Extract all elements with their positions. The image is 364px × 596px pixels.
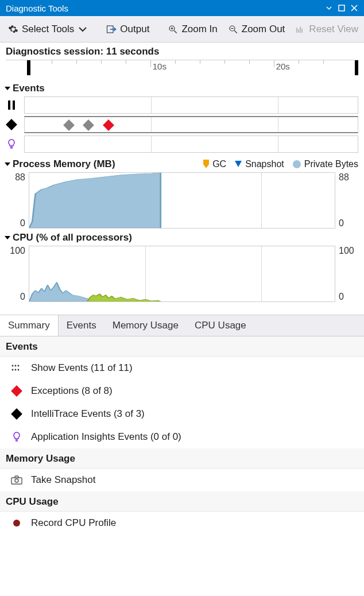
zoom-out-button[interactable]: Zoom Out — [223, 21, 290, 37]
collapse-triangle-icon — [5, 162, 10, 166]
reset-view-icon — [295, 24, 305, 34]
legend-private-bytes-label: Private Bytes — [304, 159, 358, 169]
svg-rect-0 — [339, 5, 344, 11]
snapshot-marker-icon — [234, 160, 242, 168]
svg-point-9 — [18, 365, 20, 367]
collapse-triangle-icon — [5, 236, 10, 239]
pause-icon[interactable] — [6, 100, 17, 110]
tab-events[interactable]: Events — [59, 315, 104, 336]
gc-marker-icon — [203, 160, 210, 169]
svg-point-11 — [15, 369, 17, 371]
memory-y-axis-left: 88 0 — [6, 172, 26, 229]
show-events-label: Show Events (11 of 11) — [31, 362, 133, 374]
svg-point-14 — [15, 479, 18, 482]
diamond-black-icon — [6, 121, 17, 129]
summary-cpu-heading: CPU Usage — [0, 491, 364, 512]
cpu-y-axis-left: 100 0 — [6, 246, 26, 302]
record-cpu-label: Record CPU Profile — [31, 517, 116, 529]
svg-rect-4 — [8, 100, 10, 110]
diamond-red-icon — [10, 387, 23, 395]
intellitrace-label: IntelliTrace Events (3 of 3) — [31, 408, 145, 420]
timeline-end-handle[interactable] — [355, 60, 358, 75]
select-tools-label: Select Tools — [22, 24, 74, 35]
svg-rect-5 — [13, 100, 15, 110]
y-top: 100 — [10, 246, 25, 256]
svg-point-10 — [12, 369, 14, 371]
events-list-icon — [10, 364, 23, 372]
diamond-black-icon — [10, 410, 23, 418]
zoom-in-label: Zoom In — [181, 24, 217, 35]
svg-point-12 — [18, 369, 20, 371]
output-icon — [106, 24, 117, 34]
svg-point-8 — [15, 365, 17, 367]
tab-summary[interactable]: Summary — [0, 315, 59, 336]
zoom-in-icon — [168, 24, 178, 34]
break-events-track — [6, 96, 358, 114]
collapse-triangle-icon — [5, 87, 10, 90]
memory-chart[interactable]: 88 0 88 0 — [6, 172, 358, 229]
event-marker[interactable] — [84, 121, 92, 129]
y-top: 88 — [339, 172, 349, 183]
appinsights-label: Application Insights Events (0 of 0) — [31, 431, 181, 443]
toolbar: Select Tools Output Zoom In Zoom Out Res… — [0, 16, 364, 42]
record-icon — [10, 518, 23, 528]
details-panel: Summary Events Memory Usage CPU Usage Ev… — [0, 315, 364, 535]
titlebar: Diagnostic Tools — [0, 0, 364, 16]
reset-view-button[interactable]: Reset View — [291, 21, 363, 37]
memory-area-plot — [29, 173, 335, 228]
y-bot: 0 — [20, 292, 25, 302]
memory-legend: GC Snapshot Private Bytes — [203, 159, 358, 169]
tab-memory-usage[interactable]: Memory Usage — [104, 315, 187, 336]
close-icon[interactable] — [348, 2, 361, 14]
details-tabs: Summary Events Memory Usage CPU Usage — [0, 315, 364, 336]
gear-icon — [8, 24, 18, 34]
cpu-area-plot — [29, 246, 335, 301]
memory-section-header[interactable]: Process Memory (MB) GC Snapshot Private … — [0, 155, 364, 172]
appinsights-events-link[interactable]: Application Insights Events (0 of 0) — [0, 425, 364, 448]
window-title: Diagnostic Tools — [6, 3, 323, 13]
summary-memory-heading: Memory Usage — [0, 448, 364, 469]
y-top: 88 — [15, 172, 25, 183]
cpu-section-label: CPU (% of all processors) — [13, 232, 132, 243]
exceptions-link[interactable]: Exceptions (8 of 8) — [0, 380, 364, 403]
cpu-section-header[interactable]: CPU (% of all processors) — [0, 229, 364, 246]
events-section-header[interactable]: Events — [0, 79, 364, 96]
record-cpu-link[interactable]: Record CPU Profile — [0, 512, 364, 535]
cpu-chart[interactable]: 100 0 100 0 — [6, 246, 358, 302]
y-bot: 0 — [339, 292, 344, 302]
zoom-out-label: Zoom Out — [242, 24, 285, 35]
show-events-link[interactable]: Show Events (11 of 11) — [0, 357, 364, 380]
memory-y-axis-right: 88 0 — [338, 172, 358, 229]
maximize-icon[interactable] — [335, 2, 348, 14]
legend-gc-label: GC — [212, 159, 226, 169]
y-top: 100 — [339, 246, 354, 256]
appinsights-track — [6, 136, 358, 153]
intellitrace-events-link[interactable]: IntelliTrace Events (3 of 3) — [0, 403, 364, 425]
exceptions-label: Exceptions (8 of 8) — [31, 385, 113, 397]
chevron-down-icon — [78, 24, 88, 34]
reset-view-label: Reset View — [309, 24, 358, 35]
svg-point-7 — [12, 365, 14, 367]
zoom-out-icon — [228, 24, 238, 34]
svg-point-15 — [13, 520, 20, 527]
timeline-start-handle[interactable] — [27, 60, 30, 75]
lightbulb-icon — [10, 432, 23, 442]
intellitrace-track — [6, 116, 358, 133]
select-tools-button[interactable]: Select Tools — [3, 21, 92, 37]
take-snapshot-link[interactable]: Take Snapshot — [0, 469, 364, 491]
tab-cpu-usage[interactable]: CPU Usage — [187, 315, 254, 336]
take-snapshot-label: Take Snapshot — [31, 474, 95, 486]
events-section-label: Events — [13, 83, 45, 94]
exception-marker[interactable] — [104, 121, 113, 129]
output-label: Output — [120, 24, 149, 35]
timeline-ruler[interactable]: 10s 20s — [0, 60, 364, 79]
event-marker[interactable] — [65, 121, 73, 129]
private-bytes-swatch-icon — [292, 160, 301, 169]
summary-events-heading: Events — [0, 336, 364, 357]
output-button[interactable]: Output — [102, 21, 154, 37]
zoom-in-button[interactable]: Zoom In — [163, 21, 222, 37]
y-bot: 0 — [20, 218, 25, 229]
window-dropdown-icon[interactable] — [323, 2, 335, 14]
session-duration-label: Diagnostics session: 11 seconds — [0, 42, 364, 60]
memory-section-label: Process Memory (MB) — [13, 158, 115, 170]
